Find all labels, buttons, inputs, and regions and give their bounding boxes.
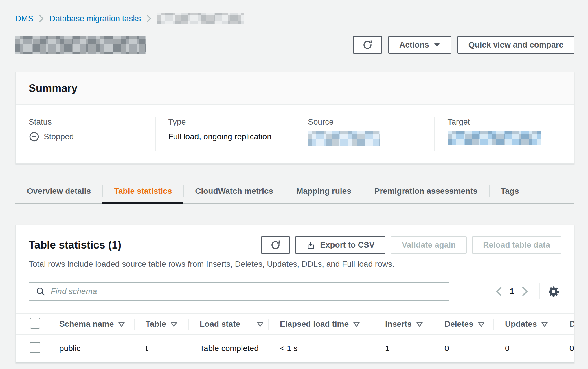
- column-header-updates[interactable]: Updates: [493, 314, 558, 335]
- table-statistics-header: Table statistics (1) Export to CSV Valid…: [16, 225, 574, 301]
- cell-deletes: 0: [433, 335, 493, 362]
- select-all-header: [16, 314, 48, 335]
- chevron-left-icon: [495, 286, 502, 296]
- previous-page-button[interactable]: [491, 284, 506, 299]
- summary-body: Status Stopped Type Full load, ongoing r…: [16, 105, 574, 163]
- actions-button[interactable]: Actions: [388, 36, 451, 54]
- sort-icon: [171, 322, 177, 327]
- sort-icon: [257, 322, 263, 327]
- summary-card-header: Summary: [16, 72, 574, 105]
- task-tabs: Overview details Table statistics CloudW…: [15, 181, 574, 204]
- refresh-icon: [270, 240, 281, 250]
- stopped-icon: [29, 131, 40, 142]
- actions-button-label: Actions: [399, 40, 429, 50]
- chevron-right-icon: [147, 15, 151, 22]
- tab-mapping-rules[interactable]: Mapping rules: [285, 181, 363, 203]
- table-statistics-title: Table statistics (1): [29, 239, 121, 251]
- table-row: public t Table completed < 1 s 1 0 0 0: [16, 335, 574, 362]
- summary-field-source: Source: [295, 117, 434, 151]
- column-header-truncated[interactable]: D: [558, 314, 574, 335]
- table-statistics-actions: Export to CSV Validate again Reload tabl…: [261, 236, 561, 254]
- validate-again-label: Validate again: [402, 240, 456, 250]
- sort-icon: [541, 322, 548, 327]
- source-endpoint-redacted-link[interactable]: [308, 131, 380, 146]
- target-endpoint-redacted-link[interactable]: [448, 131, 541, 145]
- cell-table: t: [134, 335, 188, 362]
- table-statistics-table: Schema name Table Load state Elapsed loa…: [16, 313, 574, 363]
- chevron-right-icon: [39, 15, 44, 22]
- summary-card: Summary Status Stopped Type Full load, o…: [15, 72, 574, 164]
- tab-overview-details[interactable]: Overview details: [15, 181, 102, 203]
- cell-inserts: 1: [374, 335, 433, 362]
- export-to-csv-label: Export to CSV: [320, 240, 374, 250]
- column-header-deletes[interactable]: Deletes: [433, 314, 493, 335]
- type-value: Full load, ongoing replication: [168, 131, 295, 143]
- search-icon: [36, 286, 45, 296]
- current-page-number[interactable]: 1: [506, 287, 518, 296]
- pagination-divider: [539, 283, 540, 299]
- download-icon: [306, 240, 315, 250]
- summary-field-status: Status Stopped: [16, 117, 155, 151]
- refresh-icon: [362, 40, 373, 50]
- dms-task-page: DMS Database migration tasks Actions Qui…: [0, 0, 588, 363]
- quick-view-compare-button[interactable]: Quick view and compare: [457, 36, 574, 54]
- summary-field-target: Target: [434, 117, 574, 151]
- sort-icon: [353, 322, 360, 327]
- column-header-inserts[interactable]: Inserts: [374, 314, 433, 335]
- column-header-load-state[interactable]: Load state: [188, 314, 268, 335]
- target-label: Target: [448, 117, 574, 127]
- table-header-row: Schema name Table Load state Elapsed loa…: [16, 314, 574, 335]
- select-all-checkbox[interactable]: [30, 318, 40, 329]
- summary-field-type: Type Full load, ongoing replication: [155, 117, 295, 151]
- table-refresh-button[interactable]: [261, 236, 290, 254]
- cell-schema-name: public: [48, 335, 134, 362]
- row-checkbox[interactable]: [30, 342, 40, 353]
- column-header-schema-name[interactable]: Schema name: [48, 314, 134, 335]
- status-value: Stopped: [29, 131, 155, 143]
- schema-search-box: [29, 282, 449, 301]
- gear-icon: [548, 286, 559, 297]
- status-label: Status: [29, 117, 155, 127]
- breadcrumb-current-redacted: [157, 13, 244, 24]
- quick-view-label: Quick view and compare: [468, 40, 563, 50]
- source-label: Source: [308, 117, 434, 127]
- sort-icon: [416, 322, 423, 327]
- summary-title: Summary: [29, 82, 561, 94]
- pagination: 1: [491, 283, 561, 299]
- header-actions: Actions Quick view and compare: [353, 36, 574, 54]
- chevron-right-icon: [522, 286, 529, 296]
- sort-icon: [118, 322, 125, 327]
- type-label: Type: [168, 117, 295, 127]
- breadcrumb: DMS Database migration tasks: [15, 13, 574, 24]
- refresh-button[interactable]: [353, 36, 382, 54]
- validate-again-button[interactable]: Validate again: [391, 236, 467, 254]
- tab-table-statistics[interactable]: Table statistics: [102, 181, 183, 203]
- table-toolbar: 1: [29, 282, 561, 301]
- tab-tags[interactable]: Tags: [489, 181, 530, 203]
- chevron-down-icon: [434, 43, 440, 47]
- export-to-csv-button[interactable]: Export to CSV: [295, 236, 385, 254]
- cell-elapsed-load-time: < 1 s: [268, 335, 374, 362]
- tab-cloudwatch-metrics[interactable]: CloudWatch metrics: [183, 181, 285, 203]
- table-statistics-card: Table statistics (1) Export to CSV Valid…: [15, 225, 574, 363]
- reload-table-data-button[interactable]: Reload table data: [472, 236, 561, 254]
- cell-load-state: Table completed: [188, 335, 268, 362]
- breadcrumb-link-dms[interactable]: DMS: [15, 14, 33, 23]
- page-header: Actions Quick view and compare: [15, 36, 574, 54]
- sort-icon: [478, 322, 484, 327]
- cell-updates: 0: [493, 335, 558, 362]
- schema-search-input[interactable]: [51, 287, 442, 296]
- cell-truncated: 0: [558, 335, 574, 362]
- breadcrumb-link-tasks[interactable]: Database migration tasks: [49, 14, 141, 23]
- tab-premigration-assessments[interactable]: Premigration assessments: [363, 181, 489, 203]
- table-preferences-button[interactable]: [546, 284, 561, 299]
- next-page-button[interactable]: [518, 284, 533, 299]
- table-statistics-description: Total rows include loaded source table r…: [29, 259, 561, 269]
- reload-table-data-label: Reload table data: [483, 240, 550, 250]
- row-select-cell: [16, 335, 48, 362]
- task-name-redacted: [15, 36, 146, 54]
- column-header-table[interactable]: Table: [134, 314, 188, 335]
- column-header-elapsed-load-time[interactable]: Elapsed load time: [268, 314, 374, 335]
- status-text: Stopped: [44, 131, 74, 143]
